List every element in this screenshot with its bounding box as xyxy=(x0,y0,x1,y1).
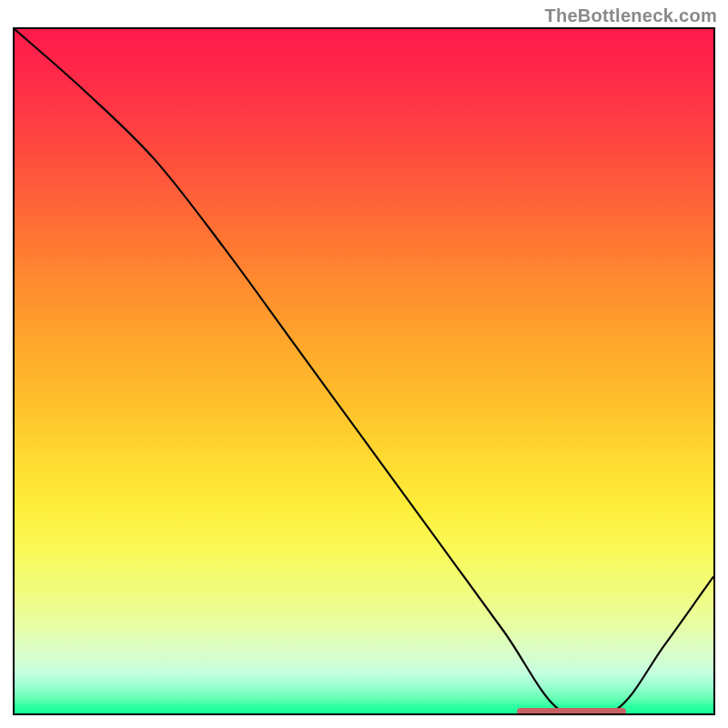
watermark-text: TheBottleneck.com xyxy=(544,5,717,26)
plot-area xyxy=(13,27,715,715)
chart-frame: TheBottleneck.com xyxy=(0,0,728,728)
line-curve xyxy=(15,29,713,713)
optimal-range-marker xyxy=(517,708,626,715)
curve-path xyxy=(15,29,713,713)
